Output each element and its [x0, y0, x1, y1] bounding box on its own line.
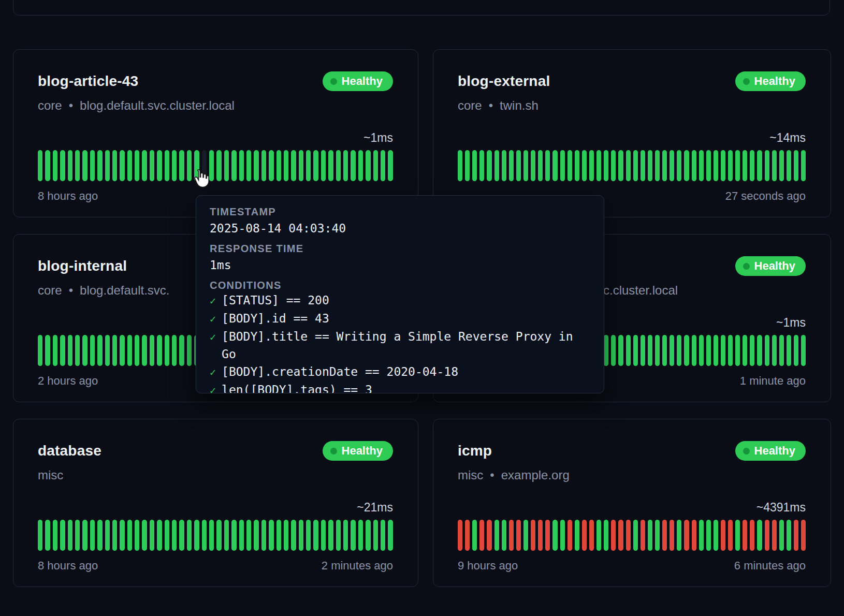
status-bar[interactable]: [358, 520, 363, 551]
status-bar[interactable]: [60, 335, 65, 366]
service-card-blog-external[interactable]: blog-external Healthy core • twin.sh ~14…: [433, 49, 831, 217]
status-bar[interactable]: [706, 150, 711, 181]
status-bar[interactable]: [120, 335, 124, 366]
status-bar[interactable]: [90, 150, 95, 181]
status-bar[interactable]: [105, 520, 110, 551]
status-bar[interactable]: [97, 520, 102, 551]
status-bar[interactable]: [714, 520, 718, 551]
status-bar[interactable]: [582, 520, 587, 551]
status-bar[interactable]: [366, 150, 370, 181]
status-bar[interactable]: [662, 520, 667, 551]
status-bar[interactable]: [150, 335, 154, 366]
status-bar[interactable]: [648, 520, 652, 551]
status-bar[interactable]: [358, 150, 363, 181]
status-bar[interactable]: [633, 520, 638, 551]
status-bar[interactable]: [779, 520, 784, 551]
status-bar[interactable]: [246, 520, 251, 551]
status-bar[interactable]: [538, 150, 543, 181]
status-bar[interactable]: [692, 520, 696, 551]
status-bar[interactable]: [366, 520, 370, 551]
status-bar[interactable]: [277, 150, 281, 181]
status-bar[interactable]: [516, 150, 521, 181]
status-bar[interactable]: [699, 335, 704, 366]
status-bar[interactable]: [611, 520, 616, 551]
status-bar[interactable]: [794, 520, 798, 551]
status-bar[interactable]: [120, 150, 124, 181]
status-bar[interactable]: [618, 150, 623, 181]
status-bar[interactable]: [787, 520, 791, 551]
status-bar[interactable]: [172, 150, 177, 181]
status-bar[interactable]: [567, 520, 572, 551]
status-bar[interactable]: [626, 335, 631, 366]
status-bar[interactable]: [458, 520, 462, 551]
status-bar[interactable]: [479, 520, 484, 551]
status-bar[interactable]: [157, 335, 162, 366]
status-bar[interactable]: [684, 335, 689, 366]
status-bar[interactable]: [336, 520, 341, 551]
status-bar[interactable]: [765, 150, 769, 181]
status-bar[interactable]: [692, 335, 696, 366]
status-bar[interactable]: [618, 520, 623, 551]
status-bar[interactable]: [787, 335, 791, 366]
status-bar[interactable]: [97, 335, 102, 366]
status-bar[interactable]: [82, 520, 87, 551]
status-bar[interactable]: [127, 150, 132, 181]
status-bar[interactable]: [179, 520, 184, 551]
status-bar[interactable]: [677, 520, 681, 551]
status-bar[interactable]: [172, 335, 177, 366]
status-bar[interactable]: [560, 150, 565, 181]
status-bar[interactable]: [179, 150, 184, 181]
status-bar[interactable]: [596, 150, 601, 181]
status-bar[interactable]: [611, 150, 616, 181]
status-bar[interactable]: [224, 150, 229, 181]
status-bar[interactable]: [284, 150, 288, 181]
status-bar[interactable]: [135, 150, 139, 181]
service-card-blog-article-43[interactable]: blog-article-43 Healthy core • blog.defa…: [13, 49, 418, 217]
status-bar[interactable]: [552, 520, 557, 551]
status-bar[interactable]: [655, 335, 660, 366]
status-bar[interactable]: [596, 520, 601, 551]
status-bar[interactable]: [38, 335, 42, 366]
status-bar[interactable]: [721, 150, 725, 181]
status-bar[interactable]: [465, 150, 470, 181]
status-bar[interactable]: [97, 150, 102, 181]
status-bar[interactable]: [381, 520, 385, 551]
status-bar[interactable]: [728, 335, 733, 366]
status-bar[interactable]: [165, 335, 169, 366]
status-bar[interactable]: [306, 150, 311, 181]
status-bar[interactable]: [299, 520, 303, 551]
status-bar[interactable]: [531, 520, 535, 551]
status-bar[interactable]: [670, 150, 674, 181]
status-bar[interactable]: [45, 520, 50, 551]
status-bar[interactable]: [254, 150, 258, 181]
status-bar[interactable]: [575, 150, 579, 181]
status-bar[interactable]: [53, 335, 57, 366]
status-bar[interactable]: [135, 520, 139, 551]
status-bar[interactable]: [706, 335, 711, 366]
status-bar[interactable]: [750, 520, 754, 551]
status-bar[interactable]: [112, 520, 117, 551]
status-bar[interactable]: [269, 150, 273, 181]
status-bar[interactable]: [388, 150, 392, 181]
status-bar[interactable]: [187, 335, 192, 366]
status-bar[interactable]: [231, 520, 236, 551]
status-bar[interactable]: [714, 335, 718, 366]
status-bar[interactable]: [633, 335, 638, 366]
status-bar[interactable]: [523, 150, 528, 181]
status-bar[interactable]: [142, 335, 147, 366]
status-bar[interactable]: [120, 520, 124, 551]
status-bar[interactable]: [779, 335, 784, 366]
status-bar[interactable]: [641, 520, 645, 551]
status-bar[interactable]: [750, 150, 754, 181]
status-bar[interactable]: [523, 520, 528, 551]
status-bar[interactable]: [328, 520, 333, 551]
status-bar[interactable]: [728, 520, 733, 551]
status-bar[interactable]: [662, 335, 667, 366]
status-bar[interactable]: [589, 150, 594, 181]
status-bar[interactable]: [618, 335, 623, 366]
status-bar[interactable]: [589, 520, 594, 551]
status-bar[interactable]: [458, 150, 462, 181]
status-bar[interactable]: [291, 150, 296, 181]
status-bar[interactable]: [321, 150, 326, 181]
status-bar[interactable]: [187, 520, 192, 551]
